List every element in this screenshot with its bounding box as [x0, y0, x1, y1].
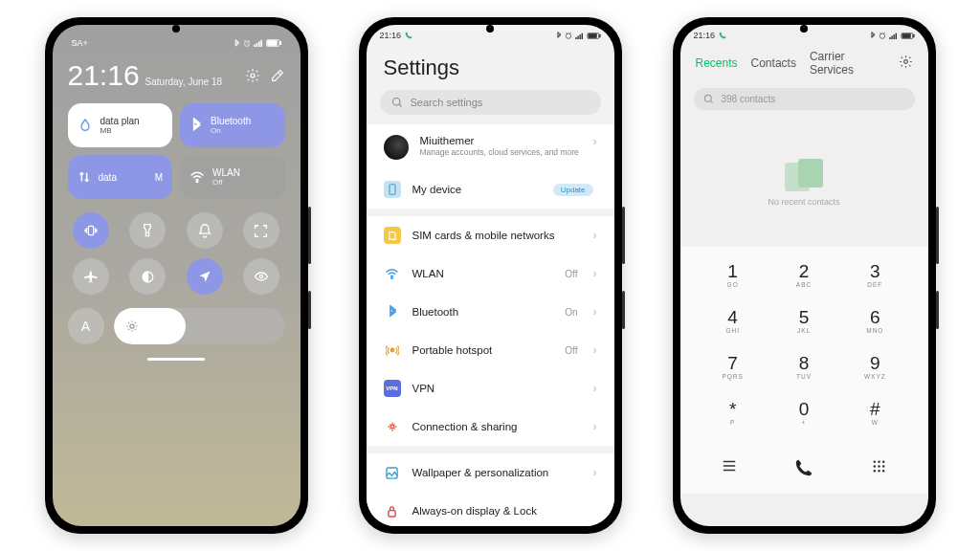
tab-recents[interactable]: Recents: [696, 56, 738, 70]
empty-state: No recent contacts: [680, 118, 928, 247]
signal-icon: [889, 33, 898, 39]
alarm-status-icon: [565, 32, 572, 39]
svg-rect-36: [902, 33, 909, 37]
mobile-data-tile[interactable]: data M: [68, 155, 173, 199]
item-label: WLAN: [412, 268, 554, 279]
home-indicator[interactable]: [147, 358, 205, 361]
svg-rect-35: [913, 34, 914, 37]
screenshot-toggle[interactable]: [243, 212, 279, 249]
hotspot-icon: [384, 342, 401, 359]
key-1[interactable]: 1GO: [705, 254, 761, 295]
svg-point-8: [251, 74, 255, 77]
key-hash[interactable]: #W: [847, 392, 902, 432]
hotspot-item[interactable]: Portable hotspot Off ›: [367, 331, 614, 369]
item-label: Wallpaper & personalization: [412, 467, 582, 478]
lock-icon: [384, 502, 401, 519]
vpn-item[interactable]: VPN VPN ›: [367, 369, 614, 408]
search-icon: [391, 97, 403, 108]
svg-rect-28: [389, 510, 395, 516]
wallpaper-item[interactable]: Wallpaper & personalization ›: [367, 453, 614, 492]
menu-icon: [722, 459, 737, 473]
svg-rect-17: [579, 34, 580, 39]
auto-brightness-toggle[interactable]: A: [68, 308, 104, 344]
tab-carrier-services[interactable]: Carrier Services: [810, 50, 885, 77]
update-badge: Update: [553, 184, 593, 196]
bluetooth-tile[interactable]: BluetoothOn: [180, 103, 285, 147]
item-status: Off: [565, 345, 577, 356]
key-4[interactable]: 4GHI: [705, 300, 761, 341]
svg-rect-10: [88, 226, 93, 234]
share-icon: [384, 418, 401, 435]
tab-contacts[interactable]: Contacts: [751, 56, 796, 70]
status-time: 21:16: [694, 31, 716, 40]
key-2[interactable]: 2ABC: [776, 254, 832, 295]
svg-rect-2: [256, 43, 257, 47]
search-icon: [703, 94, 714, 104]
key-7[interactable]: 7PQRS: [705, 346, 761, 386]
edit-icon[interactable]: [270, 68, 285, 83]
item-label: Portable hotspot: [412, 344, 554, 356]
account-item[interactable]: Miuithemer Manage accounts, cloud servic…: [367, 124, 614, 170]
tile-sublabel: Off: [212, 178, 240, 187]
svg-point-29: [880, 33, 884, 38]
wlan-item[interactable]: WLAN Off ›: [367, 254, 614, 293]
cc-clock-time: 21:16: [68, 59, 140, 92]
status-icons: [234, 39, 281, 48]
airplane-toggle[interactable]: [73, 258, 109, 295]
alarm-status-icon: [879, 32, 886, 39]
svg-rect-32: [893, 34, 894, 39]
droplet-icon: [78, 118, 93, 133]
dialpad-button[interactable]: [872, 459, 886, 477]
battery-icon: [587, 33, 601, 39]
svg-point-44: [882, 465, 884, 467]
location-toggle[interactable]: [187, 258, 223, 295]
data-plan-tile[interactable]: data planMB: [68, 103, 173, 147]
bluetooth-item[interactable]: Bluetooth On ›: [367, 293, 614, 331]
svg-point-38: [704, 95, 711, 101]
key-star[interactable]: *P: [705, 392, 761, 432]
eye-comfort-toggle[interactable]: [243, 258, 279, 295]
phone-icon: [384, 181, 401, 198]
aod-item[interactable]: Always-on display & Lock: [367, 492, 614, 526]
item-status: On: [565, 307, 577, 318]
sim-icon: [384, 227, 401, 244]
settings-gear-icon[interactable]: [899, 55, 913, 72]
key-9[interactable]: 9WXYZ: [847, 346, 902, 386]
dnd-toggle[interactable]: [187, 212, 223, 249]
tile-label: data: [99, 172, 117, 183]
bell-icon: [198, 223, 212, 238]
account-name: Miuithemer: [420, 135, 582, 146]
svg-rect-30: [889, 36, 890, 38]
key-8[interactable]: 8TUV: [776, 346, 832, 386]
chevron-right-icon: ›: [593, 135, 597, 148]
page-title: Settings: [367, 40, 614, 90]
screenshot-icon: [254, 224, 268, 238]
dark-mode-toggle[interactable]: [129, 258, 166, 295]
empty-illustration: [785, 159, 823, 191]
svg-rect-18: [581, 33, 582, 38]
svg-rect-33: [895, 33, 896, 38]
search-input[interactable]: Search settings: [380, 90, 601, 115]
key-5[interactable]: 5JKL: [776, 300, 832, 341]
call-button[interactable]: [786, 450, 822, 486]
key-0[interactable]: 0+: [776, 392, 832, 432]
svg-point-12: [259, 275, 262, 277]
flashlight-toggle[interactable]: [129, 212, 166, 249]
svg-rect-4: [260, 40, 262, 47]
wifi-icon: [189, 170, 205, 184]
dial-keypad: 1GO 2ABC 3DEF 4GHI 5JKL 6MNO 7PQRS 8TUV …: [680, 247, 928, 444]
connection-sharing-item[interactable]: Connection & sharing ›: [367, 408, 614, 446]
contacts-search[interactable]: 398 contacts: [694, 88, 915, 110]
sim-cards-item[interactable]: SIM cards & mobile networks ›: [367, 216, 614, 254]
settings-gear-icon[interactable]: [245, 68, 260, 83]
brightness-slider[interactable]: [114, 308, 285, 344]
key-6[interactable]: 6MNO: [847, 300, 902, 341]
svg-point-37: [903, 60, 907, 64]
key-3[interactable]: 3DEF: [847, 254, 902, 295]
menu-button[interactable]: [722, 459, 737, 476]
auto-brightness-label: A: [81, 319, 90, 334]
my-device-item[interactable]: My device Update: [367, 170, 614, 209]
vibrate-toggle[interactable]: [73, 212, 109, 249]
svg-rect-31: [891, 35, 892, 39]
wlan-tile[interactable]: WLANOff: [180, 155, 285, 199]
